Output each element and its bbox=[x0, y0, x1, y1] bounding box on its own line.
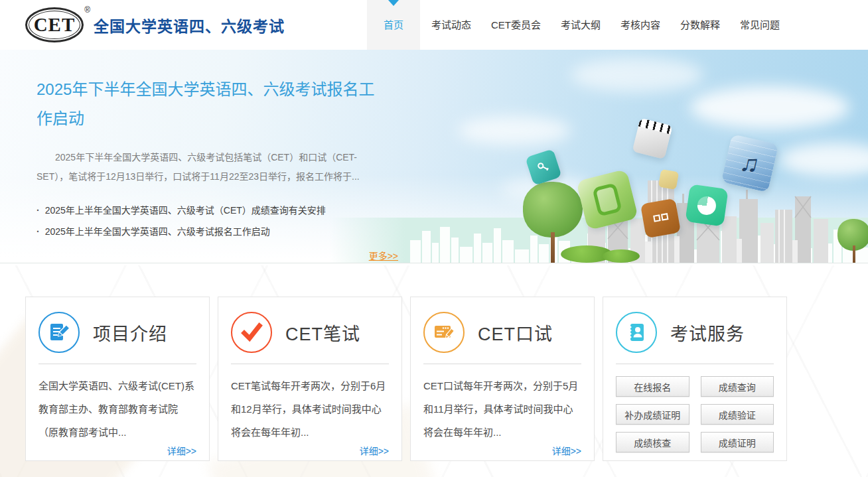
site-header: CET ® 全国大学英语四、六级考试 首页 考试动态 CET委员会 考试大纲 考… bbox=[0, 0, 868, 50]
more-link[interactable]: 更多>> bbox=[36, 249, 398, 262]
nav-item-assessment-content[interactable]: 考核内容 bbox=[612, 0, 669, 50]
card-text: 全国大学英语四、六级考试(CET)系教育部主办、教育部教育考试院（原教育部考试中… bbox=[38, 364, 196, 444]
nav-item-faq[interactable]: 常见问题 bbox=[731, 0, 788, 50]
news-link[interactable]: 2025年上半年全国大学英语四、六级考试报名工作启动 bbox=[36, 221, 400, 242]
service-button-grid: 在线报名 成绩查询 补办成绩证明 成绩验证 成绩核查 成绩证明 bbox=[616, 364, 774, 452]
bush-icon bbox=[603, 249, 640, 263]
card-text: CET笔试每年开考两次，分别于6月和12月举行，具体考试时间我中心将会在每年年初… bbox=[231, 364, 389, 444]
logo-group[interactable]: CET ® 全国大学英语四、六级考试 bbox=[25, 7, 285, 42]
card-title: CET口试 bbox=[478, 320, 553, 346]
score-verification-button[interactable]: 成绩验证 bbox=[701, 404, 774, 425]
score-query-button[interactable]: 成绩查询 bbox=[701, 376, 774, 397]
checkmark-icon bbox=[231, 312, 272, 353]
card-oral-test: CET口试 CET口试每年开考两次，分别于5月和11月举行，具体考试时间我中心将… bbox=[410, 297, 595, 461]
banner-headline-link[interactable]: 2025年下半年全国大学英语四、六级考试报名工作启动 bbox=[36, 75, 385, 133]
score-recheck-button[interactable]: 成绩核查 bbox=[616, 432, 689, 452]
card-text: CET口试每年开考两次，分别于5月和11月举行，具体考试时间我中心将会在每年年初… bbox=[423, 364, 581, 444]
window-pencil-icon bbox=[423, 312, 465, 353]
banner-news-list: 2025年上半年全国大学英语四、六级考试（CET）成绩查询有关安排 2025年上… bbox=[36, 200, 400, 242]
pie-chart-cube-icon bbox=[685, 184, 728, 227]
online-registration-button[interactable]: 在线报名 bbox=[616, 376, 689, 397]
registered-mark-icon: ® bbox=[84, 5, 90, 15]
header-inner: CET ® 全国大学英语四、六级考试 首页 考试动态 CET委员会 考试大纲 考… bbox=[25, 0, 788, 50]
score-certificate-button[interactable]: 成绩证明 bbox=[701, 432, 774, 452]
card-row: 项目介绍 全国大学英语四、六级考试(CET)系教育部主办、教育部教育考试院（原教… bbox=[25, 297, 788, 461]
main-nav: 首页 考试动态 CET委员会 考试大纲 考核内容 分数解释 常见问题 bbox=[364, 0, 788, 50]
cloud-icon bbox=[571, 58, 703, 92]
nav-item-cet-committee[interactable]: CET委员会 bbox=[482, 0, 549, 50]
card-header: CET笔试 bbox=[231, 307, 389, 364]
document-pencil-icon bbox=[38, 312, 80, 353]
main-section: 项目介绍 全国大学英语四、六级考试(CET)系教育部主办、教育部教育考试院（原教… bbox=[0, 265, 868, 477]
cloud-icon bbox=[458, 116, 571, 145]
cloud-icon bbox=[690, 86, 849, 129]
card-header: 项目介绍 bbox=[38, 307, 196, 364]
cet-logo-text: CET bbox=[34, 14, 76, 36]
detail-link[interactable]: 详细>> bbox=[231, 444, 389, 460]
ground-strip bbox=[0, 263, 868, 265]
card-title: 考试服务 bbox=[670, 320, 745, 346]
hero-banner: ♫ 2025年下半年全国大学英语四、六级考试报名工作启动 2025年下半年全国大… bbox=[0, 50, 868, 265]
card-header: CET口试 bbox=[423, 307, 581, 364]
detail-link[interactable]: 详细>> bbox=[423, 444, 581, 460]
reissue-score-certificate-button[interactable]: 补办成绩证明 bbox=[616, 404, 689, 425]
news-link[interactable]: 2025年上半年全国大学英语四、六级考试（CET）成绩查询有关安排 bbox=[36, 200, 400, 221]
detail-link[interactable]: 详细>> bbox=[38, 444, 196, 460]
contact-book-icon bbox=[616, 312, 657, 353]
banner-summary: 2025年下半年全国大学英语四、六级考试包括笔试（CET）和口试（CET-SET… bbox=[36, 148, 374, 186]
nav-item-score-interpretation[interactable]: 分数解释 bbox=[672, 0, 729, 50]
nav-item-exam-syllabus[interactable]: 考试大纲 bbox=[552, 0, 609, 50]
cet-logo: CET ® bbox=[25, 7, 84, 42]
card-project-intro: 项目介绍 全国大学英语四、六级考试(CET)系教育部主办、教育部教育考试院（原教… bbox=[25, 297, 210, 461]
nav-item-exam-news[interactable]: 考试动态 bbox=[423, 0, 480, 50]
orange-cube-icon bbox=[640, 198, 681, 238]
card-exam-services: 考试服务 在线报名 成绩查询 补办成绩证明 成绩验证 成绩核查 成绩证明 bbox=[603, 297, 787, 461]
tree-icon bbox=[837, 219, 868, 263]
card-title: CET笔试 bbox=[285, 320, 360, 346]
card-written-test: CET笔试 CET笔试每年开考两次，分别于6月和12月举行，具体考试时间我中心将… bbox=[218, 297, 402, 461]
nav-item-home[interactable]: 首页 bbox=[367, 0, 420, 50]
card-header: 考试服务 bbox=[616, 307, 774, 364]
banner-content: 2025年下半年全国大学英语四、六级考试报名工作启动 2025年下半年全国大学英… bbox=[36, 75, 400, 262]
yellow-cube-icon bbox=[658, 169, 679, 190]
card-title: 项目介绍 bbox=[93, 320, 167, 346]
site-title: 全国大学英语四、六级考试 bbox=[94, 14, 285, 36]
